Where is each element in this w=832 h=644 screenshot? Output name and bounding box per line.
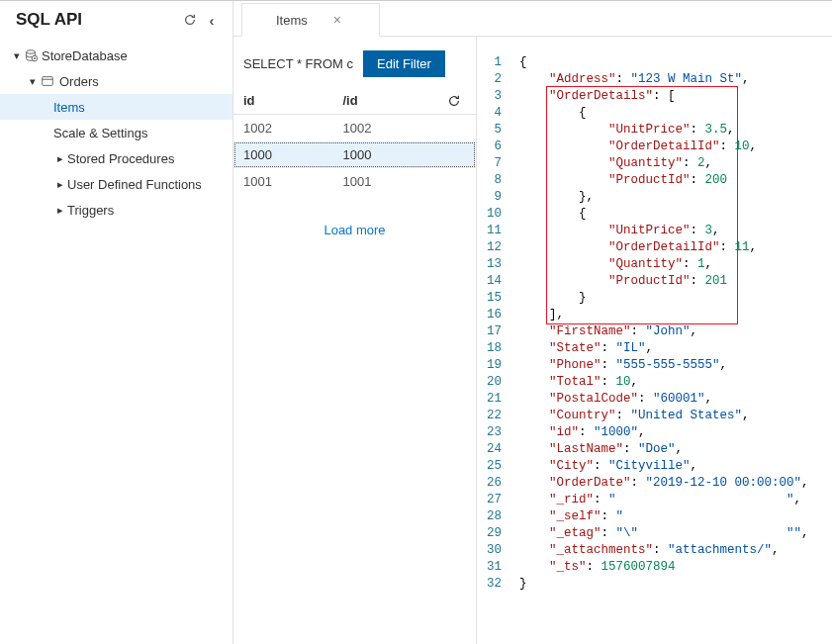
sidebar-header: SQL API ‹ (0, 1, 232, 39)
tree-node-scale-settings[interactable]: Scale & Settings (0, 120, 232, 145)
code-line: "OrderDate": "2019-12-10 00:00:00", (519, 475, 832, 492)
code-line: } (519, 576, 832, 593)
caret-right-icon: ▸ (53, 178, 67, 191)
code-line: "Phone": "555-555-5555", (519, 357, 832, 374)
code-line: "Quantity": 1, (519, 256, 832, 273)
load-more: Load more (233, 195, 476, 265)
code-line: "UnitPrice": 3, (519, 223, 832, 239)
resource-tree: ▾ StoreDatabase ▾ Orders Ite (0, 39, 232, 227)
collapse-sidebar-icon[interactable]: ‹ (201, 9, 223, 31)
code-line: } (519, 290, 832, 307)
code-line: "State": "IL", (519, 340, 832, 357)
grid-header: id /id (233, 87, 476, 115)
caret-down-icon: ▾ (26, 75, 40, 88)
refresh-grid-icon[interactable] (442, 94, 466, 108)
grid-header-id[interactable]: id (243, 93, 343, 108)
code-line: "_etag": "\" "", (519, 525, 832, 542)
table-row[interactable]: 10001000 (233, 141, 476, 168)
code-line: "LastName": "Doe", (519, 441, 832, 458)
code-line: "OrderDetailId": 10, (519, 138, 832, 155)
editor-gutter: 1234567891011121314151617181920212223242… (477, 54, 519, 644)
content-row: SELECT * FROM c Edit Filter id /id 10021… (233, 37, 832, 644)
json-editor[interactable]: 1234567891011121314151617181920212223242… (477, 37, 832, 644)
code-line: }, (519, 189, 832, 206)
code-line: { (519, 54, 832, 71)
code-line: "PostalCode": "60001", (519, 391, 832, 408)
code-line: "FirstName": "John", (519, 323, 832, 340)
grid-header-partition[interactable]: /id (343, 93, 443, 108)
tree-label: User Defined Functions (67, 177, 202, 192)
tree-node-items[interactable]: Items (0, 94, 232, 120)
tree-label: Scale & Settings (53, 126, 147, 140)
tree-node-database[interactable]: ▾ StoreDatabase (0, 43, 232, 68)
code-line: "City": "Cityville", (519, 458, 832, 475)
cell-id: 1002 (243, 121, 343, 136)
tree-node-triggers[interactable]: ▸ Triggers (0, 197, 232, 223)
svg-point-0 (27, 50, 36, 54)
editor-code[interactable]: { "Address": "123 W Main St", "OrderDeta… (519, 54, 832, 644)
code-line: ], (519, 307, 832, 323)
tree-label: Triggers (67, 203, 114, 218)
edit-filter-button[interactable]: Edit Filter (363, 50, 445, 77)
table-row[interactable]: 10011001 (233, 168, 476, 195)
tab-label: Items (276, 13, 308, 28)
cell-partition: 1001 (343, 174, 443, 189)
close-tab-icon[interactable]: × (333, 13, 341, 27)
code-line: "ProductId": 201 (519, 273, 832, 290)
tree-node-user-defined-functions[interactable]: ▸ User Defined Functions (0, 171, 232, 197)
caret-down-icon: ▾ (10, 49, 24, 62)
database-icon (24, 48, 38, 62)
code-line: "Quantity": 2, (519, 155, 832, 172)
cell-id: 1000 (243, 147, 343, 162)
code-line: "_attachments": "attachments/", (519, 542, 832, 559)
cell-id: 1001 (243, 174, 343, 189)
tree-node-stored-procedures[interactable]: ▸ Stored Procedures (0, 145, 232, 171)
refresh-icon[interactable] (179, 9, 201, 31)
grid-pane: SELECT * FROM c Edit Filter id /id 10021… (233, 37, 477, 644)
query-row: SELECT * FROM c Edit Filter (233, 37, 476, 87)
code-line: "OrderDetailId": 11, (519, 239, 832, 256)
sidebar-title: SQL API (16, 10, 179, 30)
code-line: "Address": "123 W Main St", (519, 71, 832, 88)
code-line: "_ts": 1576007894 (519, 559, 832, 576)
code-line: "Total": 10, (519, 374, 832, 391)
tree-node-container[interactable]: ▾ Orders (0, 68, 232, 94)
code-line: "_rid": " ", (519, 492, 832, 508)
tree-label: Items (53, 100, 85, 115)
tree-label: Stored Procedures (67, 151, 174, 166)
query-text: SELECT * FROM c (243, 56, 353, 71)
svg-rect-2 (43, 77, 53, 86)
code-line: "_self": " (519, 508, 832, 525)
caret-right-icon: ▸ (53, 152, 67, 165)
code-line: "UnitPrice": 3.5, (519, 122, 832, 138)
sidebar: SQL API ‹ ▾ StoreDatabase ▾ (0, 1, 233, 644)
tab-bar: Items × (233, 1, 832, 37)
items-grid: id /id 100210021000100010011001 (233, 87, 476, 195)
code-line: "id": "1000", (519, 424, 832, 441)
cell-partition: 1000 (343, 147, 443, 162)
code-line: "ProductId": 200 (519, 172, 832, 189)
code-line: { (519, 206, 832, 223)
table-row[interactable]: 10021002 (233, 115, 476, 141)
caret-right-icon: ▸ (53, 204, 67, 217)
code-line: "OrderDetails": [ (519, 88, 832, 105)
tree-label: Orders (59, 74, 99, 89)
load-more-link[interactable]: Load more (324, 223, 385, 237)
code-line: "Country": "United States", (519, 408, 832, 424)
cell-partition: 1002 (343, 121, 443, 136)
tab-items[interactable]: Items × (241, 3, 380, 37)
container-icon (40, 73, 55, 89)
code-line: { (519, 105, 832, 122)
tree-label: StoreDatabase (42, 48, 128, 63)
main-pane: Items × SELECT * FROM c Edit Filter id /… (233, 1, 832, 644)
app-root: SQL API ‹ ▾ StoreDatabase ▾ (0, 0, 832, 644)
